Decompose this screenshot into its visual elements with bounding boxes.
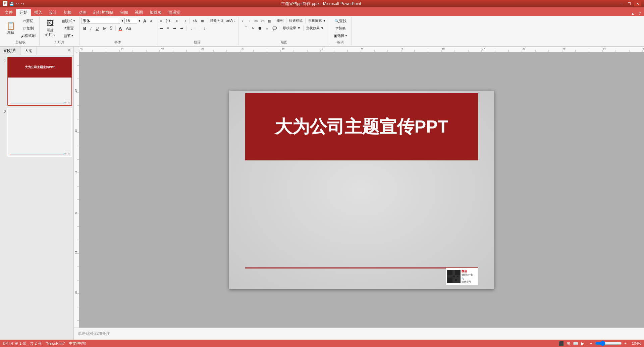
minimize-button[interactable]: ─ [618,1,625,6]
justify-button[interactable]: ⬌ [178,25,185,32]
star-button[interactable]: ☆ [264,25,270,32]
quick-access-redo[interactable]: ↪ [21,2,24,6]
find-button[interactable]: 🔍 查找 [333,17,348,24]
thumb1-ctrl1[interactable]: ⊞ [64,101,67,104]
paste-button[interactable]: 📋 粘贴 [3,18,18,39]
quick-access-undo[interactable]: ↩ [16,2,19,6]
shapes-oval-button[interactable]: ⬭ [260,17,266,24]
zoom-out-button[interactable]: − [590,341,592,345]
restore-button[interactable]: ❐ [626,1,633,6]
canvas-area[interactable]: 大为公司主题宣传PPT [79,52,644,328]
bullets-button[interactable]: ≡ [158,17,164,24]
copy-button[interactable]: ⿻ 复制 [19,25,37,32]
font-name-input[interactable] [82,18,120,24]
slides-panel-close[interactable]: ✕ [65,47,73,55]
tab-addons[interactable]: 加载项 [146,9,165,16]
tab-design[interactable]: 设计 [46,9,60,16]
slide-thumbnail-1[interactable]: 大为公司主题宣传PPT ⊞ ⊡ [7,57,72,106]
collapse-ribbon[interactable]: ▲ [629,11,637,16]
strikethrough-button[interactable]: S [101,25,107,32]
qr-label-name: 追梦少月 [462,280,473,284]
replace-button[interactable]: ⇄ 替换 [334,25,347,32]
shape-outline-button[interactable]: 形状轮廓 ▼ [281,25,302,32]
line-spacing-button[interactable]: ↕ [202,25,207,32]
reset-button[interactable]: ↺ 重置 [60,25,77,32]
font-size-dropdown[interactable]: ▼ [138,19,141,22]
zoom-slider[interactable] [595,341,622,346]
ribbon-tab-bar: 文件 开始 插入 设计 切换 动画 幻灯片放映 审阅 视图 加载项 雨课堂 ▲ … [0,7,644,16]
font-group: ▼ ▼ A a B I U S S A Aa 字体 [79,17,156,45]
numbering-button[interactable]: ⑴ [164,17,171,24]
tab-insert[interactable]: 插入 [31,9,46,16]
smartart-button[interactable]: 转换为 SmartArt [209,17,236,24]
arrange-button[interactable]: 排列 [275,17,285,24]
slide-sorter-button[interactable]: ⊞ [567,341,570,346]
thumb1-ctrl2[interactable]: ⊡ [67,101,71,104]
decrease-indent-button[interactable]: ⇤ [174,17,181,24]
increase-font-button[interactable]: A [142,17,148,24]
paragraph-group: ≡ ⑴ ⇤ ⇥ ↕A ⊞ 转换为 SmartArt ⬅ ≡ ➡ ⬌ [156,17,239,45]
text-direction-button[interactable]: ↕A [191,17,199,24]
align-text-button[interactable]: ⊞ [199,17,206,24]
slideshow-button[interactable]: ▶ [581,341,584,346]
format-painter-button[interactable]: 🖌 格式刷 [19,33,37,39]
close-button[interactable]: ✕ [634,1,641,6]
slide-thumbnail-2[interactable]: ⊞ ⊡ [7,108,72,157]
font-size-input[interactable] [124,18,137,24]
slides-tab-outline[interactable]: 大纲 [20,47,37,55]
shapes-rect-button[interactable]: ▭ [253,17,259,24]
shapes-line-button[interactable]: / [240,17,245,24]
font-name-dropdown[interactable]: ▼ [121,19,124,22]
curve-button[interactable]: ⌒ [243,25,250,32]
char-spacing-button[interactable]: Aa [124,25,133,32]
tab-transitions[interactable]: 切换 [60,9,75,16]
bold-button[interactable]: B [82,25,88,32]
select-button[interactable]: ▣ 选择 ▼ [332,32,349,39]
font-color-button[interactable]: A [117,25,123,32]
normal-view-button[interactable]: ⬛ [558,341,564,346]
underline-button[interactable]: U [94,25,100,32]
zoom-level[interactable]: 104% [629,341,641,345]
shapes-arrow-button[interactable]: → [245,17,252,24]
tab-home[interactable]: 开始 [16,9,31,16]
columns-button[interactable]: ⋮⋮ [188,25,199,32]
layout-button[interactable]: ▦ 版式 ▼ [60,18,77,24]
align-right-button[interactable]: ➡ [171,25,178,32]
align-left-button[interactable]: ⬅ [158,25,165,32]
thumb2-ctrl2[interactable]: ⊡ [67,152,71,155]
shapes-more-button[interactable]: ▦ [266,17,273,24]
tab-view[interactable]: 视图 [131,9,146,16]
notes-area[interactable]: 单击此处添加备注 [74,328,644,340]
help-icon[interactable]: ? [637,11,643,16]
tab-animations[interactable]: 动画 [75,9,90,16]
slide-thumb-inner-2: ⊞ ⊡ [8,108,71,156]
cut-button[interactable]: ✂ 剪切 [19,18,37,24]
increase-indent-button[interactable]: ⇥ [181,17,188,24]
tab-review[interactable]: 审阅 [117,9,131,16]
align-center-button[interactable]: ≡ [165,25,171,32]
decrease-font-button[interactable]: a [149,17,154,24]
slide-thumb-wrapper-1[interactable]: 1 大为公司主题宣传PPT ⊞ ⊡ [1,57,72,106]
slide-thumb-wrapper-2[interactable]: 2 ⊞ ⊡ [1,108,72,157]
tab-slideshow[interactable]: 幻灯片放映 [90,9,117,16]
tab-cloud[interactable]: 雨课堂 [165,9,184,16]
slides-tab-thumbnails[interactable]: 幻灯片 [0,47,20,55]
quick-styles-button[interactable]: 快速样式 [287,17,304,24]
shape-effects-button[interactable]: 形状效果 ▼ [305,25,326,32]
quick-access-save[interactable]: 💾 [9,2,14,6]
new-slide-button[interactable]: 🖼 新建幻灯片 [42,18,59,39]
section-button[interactable]: ▤ 节 ▼ [60,33,77,39]
thumb2-ctrl1[interactable]: ⊞ [64,152,67,155]
italic-button[interactable]: I [89,25,93,32]
zoom-in-button[interactable]: + [625,341,627,345]
notes-placeholder[interactable]: 单击此处添加备注 [78,331,110,337]
slide-canvas[interactable]: 大为公司主题宣传PPT [229,91,494,289]
callout-button[interactable]: 💬 [271,25,279,32]
freeform-button[interactable]: ⤷ [250,25,256,32]
reading-view-button[interactable]: 📖 [573,341,578,346]
poly-button[interactable]: ⬟ [257,25,263,32]
tab-file[interactable]: 文件 [1,9,16,16]
shape-fill-button[interactable]: 形状填充 ▼ [307,17,328,24]
slide-main-title-container[interactable]: 大为公司主题宣传PPT [245,93,478,160]
shadow-button[interactable]: S [108,25,114,32]
